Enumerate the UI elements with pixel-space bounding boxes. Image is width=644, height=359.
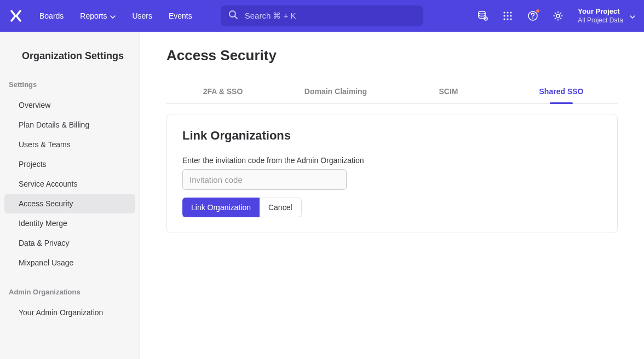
svg-point-11 xyxy=(507,18,509,20)
nav-events[interactable]: Events xyxy=(169,11,192,20)
svg-point-14 xyxy=(532,18,533,19)
nav-users[interactable]: Users xyxy=(132,11,152,20)
svg-point-4 xyxy=(504,11,505,13)
nav-reports-label: Reports xyxy=(80,11,107,20)
sidebar-item-service[interactable]: Service Accounts xyxy=(4,174,135,194)
svg-point-6 xyxy=(510,11,512,13)
tabs: 2FA & SSO Domain Claiming SCIM Shared SS… xyxy=(166,79,618,104)
notification-dot xyxy=(536,9,540,13)
tab-scim[interactable]: SCIM xyxy=(392,79,505,103)
sidebar-item-access-security[interactable]: Access Security xyxy=(4,194,135,213)
svg-point-5 xyxy=(507,11,509,13)
search-icon xyxy=(228,10,238,22)
svg-point-15 xyxy=(556,14,560,18)
sidebar-item-users[interactable]: Users & Teams xyxy=(4,135,135,154)
sidebar-item-plan[interactable]: Plan Details & Billing xyxy=(4,115,135,135)
sidebar-title: Organization Settings xyxy=(0,50,140,62)
invitation-code-input[interactable] xyxy=(182,169,347,190)
nav-boards[interactable]: Boards xyxy=(39,11,64,20)
project-title: Your Project xyxy=(578,7,623,16)
nav-links: Boards Reports Users Events xyxy=(39,11,192,20)
database-icon[interactable] xyxy=(477,10,488,21)
sidebar-section-settings: Settings xyxy=(0,80,140,95)
sidebar-item-usage[interactable]: Mixpanel Usage xyxy=(4,253,135,273)
tab-domain-claiming[interactable]: Domain Claiming xyxy=(279,79,392,103)
svg-point-12 xyxy=(510,18,512,20)
svg-point-9 xyxy=(510,15,512,16)
svg-point-7 xyxy=(504,15,505,16)
sidebar-section-admin: Admin Organizations xyxy=(0,288,140,303)
project-selector[interactable]: Your Project All Project Data xyxy=(578,7,635,25)
sidebar-item-identity[interactable]: Identity Merge xyxy=(4,213,135,233)
page-title: Access Security xyxy=(166,47,618,64)
sidebar-item-overview[interactable]: Overview xyxy=(4,95,135,115)
tab-2fa-sso[interactable]: 2FA & SSO xyxy=(166,79,279,103)
svg-line-1 xyxy=(235,16,237,19)
chevron-down-icon xyxy=(110,11,116,20)
button-row: Link Organization Cancel xyxy=(182,198,602,217)
project-subtitle: All Project Data xyxy=(578,16,623,25)
svg-point-8 xyxy=(507,15,509,16)
apps-grid-icon[interactable] xyxy=(502,10,513,21)
search-box[interactable]: Search ⌘ + K xyxy=(221,5,423,26)
chevron-down-icon xyxy=(630,11,635,21)
main-content: Access Security 2FA & SSO Domain Claimin… xyxy=(140,32,644,359)
card-title: Link Organizations xyxy=(182,129,602,143)
sidebar-settings-items: Overview Plan Details & Billing Users & … xyxy=(0,95,140,273)
sidebar-item-data[interactable]: Data & Privacy xyxy=(4,233,135,253)
link-organizations-card: Link Organizations Enter the invitation … xyxy=(166,114,618,233)
search-placeholder: Search ⌘ + K xyxy=(245,11,296,21)
invitation-code-label: Enter the invitation code from the Admin… xyxy=(182,156,602,165)
header-right: Your Project All Project Data xyxy=(477,7,635,25)
top-header: Boards Reports Users Events Search ⌘ + K xyxy=(0,0,644,32)
sidebar-item-projects[interactable]: Projects xyxy=(4,154,135,174)
tab-shared-sso[interactable]: Shared SSO xyxy=(505,79,618,103)
project-text: Your Project All Project Data xyxy=(578,7,623,25)
svg-point-10 xyxy=(504,18,505,20)
sidebar: Organization Settings Settings Overview … xyxy=(0,32,140,359)
cancel-button[interactable]: Cancel xyxy=(260,198,302,217)
help-icon[interactable] xyxy=(527,10,538,21)
logo-icon[interactable] xyxy=(9,9,23,23)
gear-icon[interactable] xyxy=(553,10,564,21)
sidebar-item-admin-org[interactable]: Your Admin Organization xyxy=(4,303,135,322)
sidebar-admin-items: Your Admin Organization xyxy=(0,303,140,322)
svg-point-2 xyxy=(479,11,485,14)
nav-reports[interactable]: Reports xyxy=(80,11,116,20)
link-organization-button[interactable]: Link Organization xyxy=(182,198,260,217)
